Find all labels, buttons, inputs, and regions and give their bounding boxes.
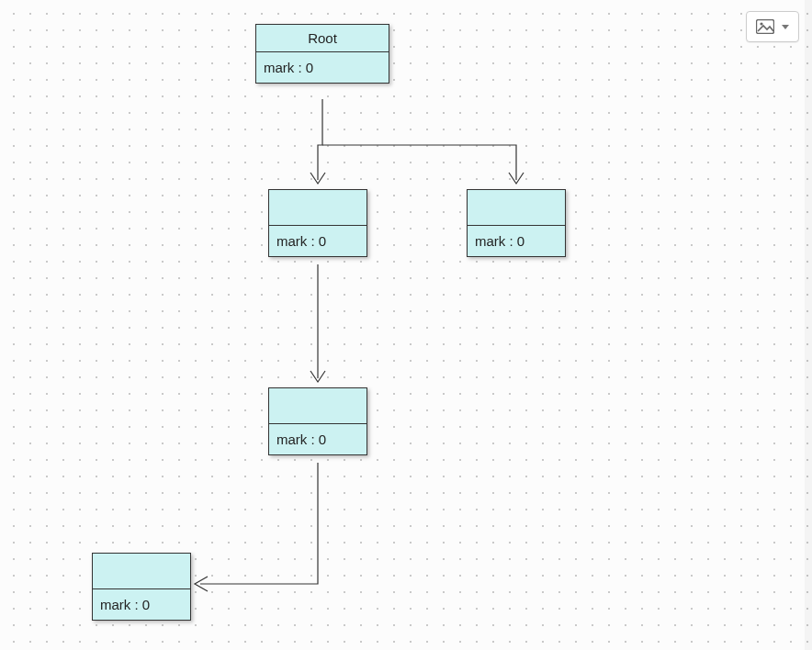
node-leaf-title	[93, 554, 190, 589]
node-left2-title	[269, 388, 367, 424]
node-root-title: Root	[256, 25, 389, 52]
node-leaf[interactable]: mark : 0	[92, 553, 191, 621]
node-root-mark: mark : 0	[256, 52, 389, 83]
node-root[interactable]: Root mark : 0	[255, 24, 389, 84]
node-left1-mark: mark : 0	[269, 226, 367, 256]
export-image-button[interactable]	[746, 11, 799, 42]
node-left2-mark: mark : 0	[269, 424, 367, 454]
chevron-down-icon	[782, 25, 789, 29]
image-icon	[756, 19, 774, 34]
node-right1[interactable]: mark : 0	[467, 189, 566, 257]
node-left2[interactable]: mark : 0	[268, 387, 367, 455]
node-leaf-mark: mark : 0	[93, 589, 190, 620]
scrollbar[interactable]	[805, 0, 812, 650]
toolbar	[746, 11, 799, 42]
svg-point-1	[760, 22, 762, 25]
node-left1[interactable]: mark : 0	[268, 189, 367, 257]
node-right1-title	[468, 190, 565, 226]
node-left1-title	[269, 190, 367, 226]
node-right1-mark: mark : 0	[468, 226, 565, 256]
